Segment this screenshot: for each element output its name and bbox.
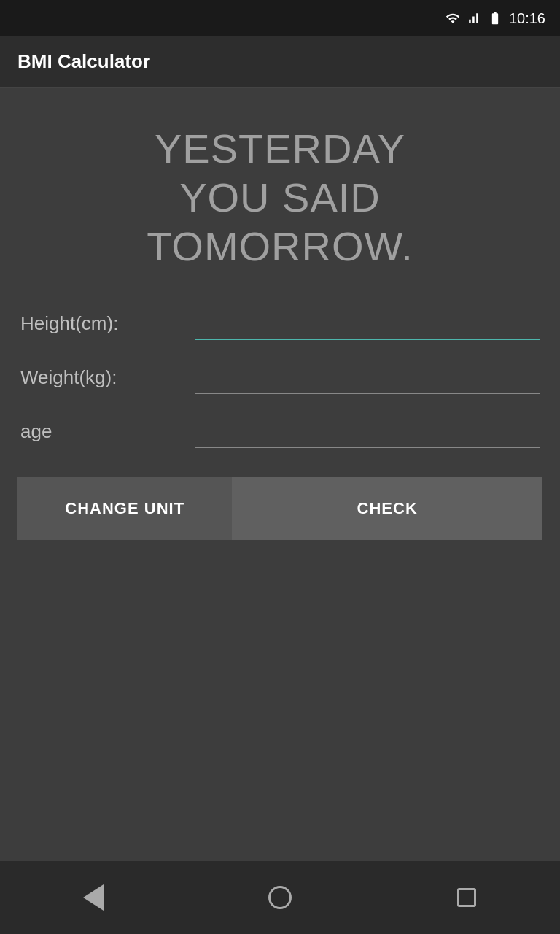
battery-icon [486, 11, 505, 26]
status-icons: 10:16 [445, 10, 545, 27]
height-input[interactable] [195, 308, 540, 340]
buttons-row: CHANGE UNIT CHECK [18, 477, 542, 540]
recent-button[interactable] [445, 876, 489, 919]
motivational-text: YESTERDAY YOU SAID TOMORROW. [18, 102, 542, 308]
check-button[interactable]: CHECK [232, 477, 542, 540]
back-icon [83, 884, 104, 911]
change-unit-button[interactable]: CHANGE UNIT [18, 477, 232, 540]
app-title: BMI Calculator [18, 50, 150, 73]
wifi-icon [445, 11, 461, 26]
height-form-group: Height(cm): [18, 308, 542, 340]
age-label: age [20, 420, 195, 443]
motivational-line3: TOMORROW. [18, 222, 542, 271]
back-button[interactable] [71, 876, 115, 919]
recent-icon [457, 888, 476, 907]
status-bar: 10:16 [0, 0, 560, 36]
height-label: Height(cm): [20, 312, 195, 335]
signal-icon [465, 11, 481, 26]
motivational-line1: YESTERDAY [18, 124, 542, 173]
age-input[interactable] [195, 416, 540, 448]
main-content: YESTERDAY YOU SAID TOMORROW. Height(cm):… [0, 88, 560, 861]
motivational-line2: YOU SAID [18, 173, 542, 222]
weight-label: Weight(kg): [20, 366, 195, 389]
app-bar: BMI Calculator [0, 36, 560, 88]
age-form-group: age [18, 416, 542, 448]
content-spacer [18, 540, 542, 846]
nav-bar [0, 861, 560, 934]
weight-input[interactable] [195, 362, 540, 394]
home-icon [268, 886, 292, 909]
status-time: 10:16 [509, 10, 545, 27]
home-button[interactable] [258, 876, 302, 919]
weight-form-group: Weight(kg): [18, 362, 542, 394]
